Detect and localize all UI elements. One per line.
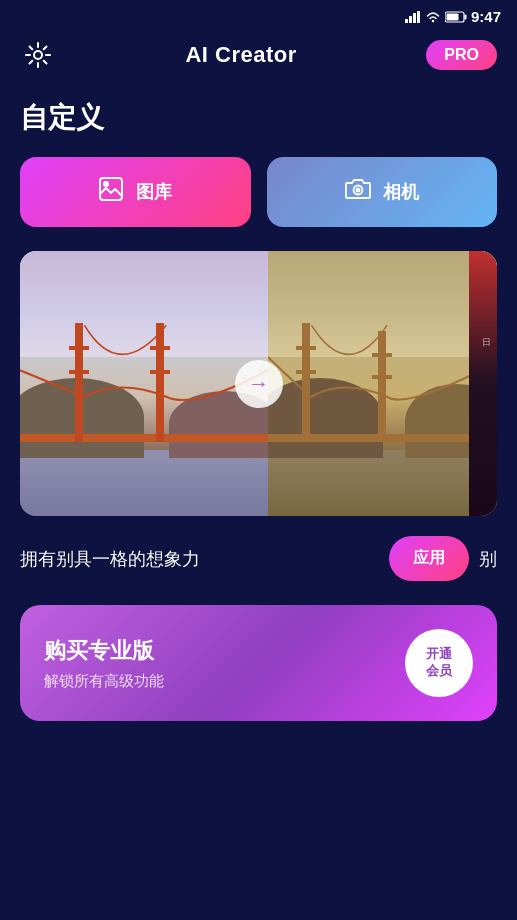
svg-rect-5 [464, 14, 466, 19]
svg-rect-2 [413, 13, 416, 23]
svg-rect-6 [446, 13, 458, 20]
wifi-icon [425, 11, 441, 23]
gear-icon [24, 41, 52, 69]
pro-card-title: 购买专业版 [44, 636, 405, 666]
svg-point-11 [355, 188, 360, 193]
image-peek-strip: 日 [469, 251, 497, 516]
apply-button[interactable]: 应用 [389, 536, 469, 581]
status-icons: 9:47 [405, 8, 501, 25]
next-text: 别 [479, 547, 497, 571]
battery-icon [445, 11, 467, 23]
camera-svg-icon [345, 178, 371, 200]
pro-badge-button[interactable]: PRO [426, 40, 497, 70]
gallery-label: 图库 [136, 180, 172, 204]
app-title: AI Creator [185, 42, 296, 68]
status-time: 9:47 [471, 8, 501, 25]
image-preview-container: 日 → [20, 251, 497, 516]
main-content: 自定义 图库 相机 [0, 89, 517, 731]
pro-card-subtitle: 解锁所有高级功能 [44, 672, 405, 691]
camera-icon [345, 178, 371, 206]
bottom-row: 拥有别具一格的想象力 应用 别 [20, 536, 497, 581]
gallery-button[interactable]: 图库 [20, 157, 251, 227]
image-icon [98, 176, 124, 202]
svg-rect-3 [417, 11, 420, 23]
settings-button[interactable] [20, 37, 56, 73]
description-text: 拥有别具一格的想象力 [20, 547, 377, 571]
activate-button[interactable]: 开通会员 [405, 629, 473, 697]
status-bar: 9:47 [0, 0, 517, 29]
cables-svg-right [268, 251, 497, 516]
activate-label: 开通会员 [426, 646, 452, 680]
arrow-button[interactable]: → [235, 360, 283, 408]
action-buttons: 图库 相机 [20, 157, 497, 227]
camera-label: 相机 [383, 180, 419, 204]
camera-button[interactable]: 相机 [267, 157, 498, 227]
section-title: 自定义 [20, 99, 497, 137]
svg-rect-1 [409, 16, 412, 23]
image-after [268, 251, 497, 516]
svg-point-9 [103, 181, 109, 187]
svg-rect-8 [100, 178, 122, 200]
image-before [20, 251, 268, 516]
svg-rect-0 [405, 19, 408, 23]
svg-point-7 [34, 51, 42, 59]
pro-purchase-card: 购买专业版 解锁所有高级功能 开通会员 [20, 605, 497, 721]
header: AI Creator PRO [0, 29, 517, 89]
signal-icon [405, 11, 421, 23]
cables-svg-left [20, 251, 268, 516]
pro-card-text: 购买专业版 解锁所有高级功能 [44, 636, 405, 691]
arrow-icon: → [248, 371, 270, 397]
gallery-icon [98, 176, 124, 208]
